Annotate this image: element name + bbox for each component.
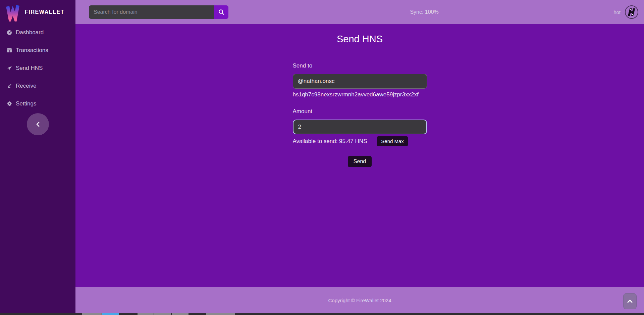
wallet-indicator: hot [613,5,639,19]
brand-header: FIREWALLET [0,0,75,24]
magnifier-icon [218,9,224,15]
sidebar-collapse-button[interactable] [27,113,49,135]
dashboard-gauge-icon [7,30,12,35]
wallet-name: hot [613,9,621,15]
taskbar-segment[interactable] [206,313,235,315]
send-plane-icon [7,65,12,71]
search-input[interactable] [89,5,214,19]
sidebar-item-label: Receive [16,83,36,89]
main-content: Send HNS Send to hs1qh7c98nexsrzwrmnh2av… [75,24,644,287]
amount-label: Amount [293,108,427,115]
sidebar-item-send-hns[interactable]: Send HNS [0,64,75,72]
sidebar-item-transactions[interactable]: Transactions [0,47,75,54]
send-row: Send [293,156,427,167]
send-to-label: Send to [293,62,427,69]
os-taskbar-sliver[interactable] [0,313,644,315]
domain-search [89,5,228,19]
sidebar-item-receive[interactable]: Receive [0,82,75,90]
sidebar-item-dashboard[interactable]: Dashboard [0,29,75,36]
content-column: Sync: 100% hot Sen [75,0,644,313]
send-form: Send to hs1qh7c98nexsrzwrmnh2avved6awe59… [293,62,427,167]
page-title: Send HNS [75,33,644,45]
send-to-input[interactable] [293,74,427,89]
sidebar-nav: Dashboard Transactions S [0,24,75,118]
app-window: FIREWALLET Dashboard [0,0,644,313]
scroll-to-top-button[interactable] [623,293,637,309]
sidebar-item-label: Settings [16,100,36,107]
copyright-text: Copyright © FireWallet 2024 [328,298,391,303]
send-button[interactable]: Send [348,156,372,167]
taskbar-segment[interactable] [82,313,102,315]
top-bar: Sync: 100% hot [75,0,644,24]
sidebar-item-settings[interactable]: Settings [0,100,75,107]
taskbar-segment[interactable] [154,313,171,315]
search-button[interactable] [214,5,228,19]
amount-group: Amount Available to send: 95.47 HNS Send… [293,108,427,146]
chevron-left-icon [36,121,40,127]
taskbar-segment-active[interactable] [102,313,119,315]
firewallet-logo-icon [5,3,20,21]
sync-status: Sync: 100% [410,9,438,15]
sidebar-item-label: Transactions [16,47,48,54]
taskbar-segment[interactable] [138,313,154,315]
sidebar: FIREWALLET Dashboard [0,0,75,313]
available-balance: Available to send: 95.47 HNS [293,138,367,145]
sidebar-item-label: Send HNS [16,65,43,72]
brand-name: FIREWALLET [25,9,64,15]
transactions-table-icon [7,48,12,53]
resolved-address: hs1qh7c98nexsrzwrmnh2avved6awe59jzpr3xx2… [293,91,427,98]
amount-input[interactable] [293,120,427,134]
handshake-logo-icon[interactable] [625,5,639,19]
chevron-up-icon [627,300,633,303]
taskbar-segment[interactable] [172,313,189,315]
available-row: Available to send: 95.47 HNS Send Max [293,136,427,146]
footer: Copyright © FireWallet 2024 [75,287,644,313]
send-max-button[interactable]: Send Max [377,136,408,146]
receive-arrow-icon [7,83,12,89]
sidebar-item-label: Dashboard [16,29,44,36]
settings-gear-icon [7,101,12,106]
